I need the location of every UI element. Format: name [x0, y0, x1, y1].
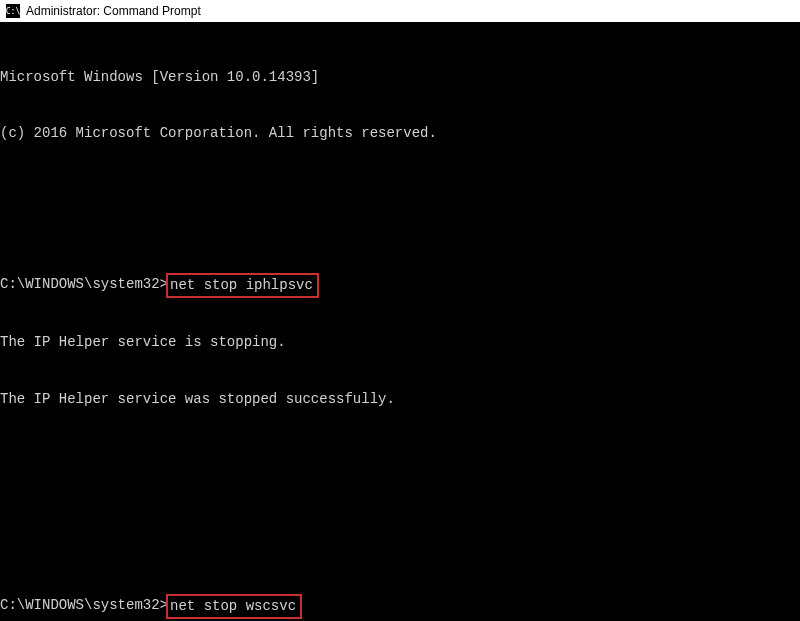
window-title: Administrator: Command Prompt: [26, 4, 201, 18]
prompt-line: C:\WINDOWS\system32> net stop wscsvc: [0, 596, 800, 617]
blank-line: [0, 181, 800, 199]
prompt-path: C:\WINDOWS\system32>: [0, 275, 168, 294]
blank-line: [0, 502, 800, 520]
copyright-line: (c) 2016 Microsoft Corporation. All righ…: [0, 124, 800, 143]
blank-line: [0, 447, 800, 465]
command-text: net stop wscsvc: [168, 596, 300, 617]
cmd-icon: C:\: [6, 4, 20, 18]
output-line: The IP Helper service is stopping.: [0, 333, 800, 352]
command-text: net stop iphlpsvc: [168, 275, 317, 296]
output-line: The IP Helper service was stopped succes…: [0, 390, 800, 409]
version-line: Microsoft Windows [Version 10.0.14393]: [0, 68, 800, 87]
prompt-path: C:\WINDOWS\system32>: [0, 596, 168, 615]
prompt-line: C:\WINDOWS\system32> net stop iphlpsvc: [0, 275, 800, 296]
terminal-output[interactable]: Microsoft Windows [Version 10.0.14393] (…: [0, 22, 800, 621]
window-titlebar: C:\ Administrator: Command Prompt: [0, 0, 800, 22]
